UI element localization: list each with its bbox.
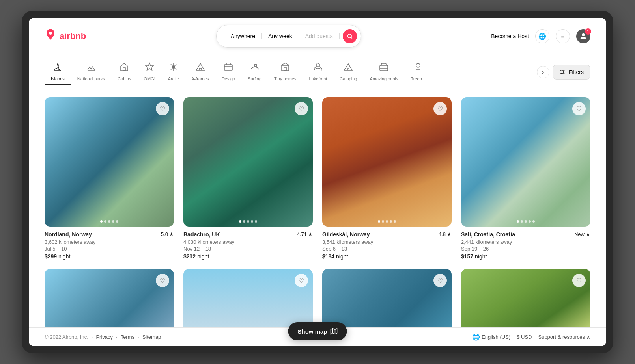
treehouses-icon: [413, 62, 423, 74]
listing-image-wrap-sali: ♡: [461, 97, 590, 227]
menu-icon[interactable]: ≡: [556, 29, 570, 43]
listing-dates-gildeskal: Sep 6 – 13: [322, 246, 452, 252]
svg-rect-2: [123, 68, 125, 71]
category-label-arctic: Arctic: [168, 76, 179, 81]
main-content: ♡ Nordland, Norway 5.0 ★: [29, 89, 606, 327]
footer-language[interactable]: 🌐 English (US): [472, 333, 510, 341]
listing-rating-nordland: 5.0 ★: [161, 231, 174, 237]
wishlist-button-row2-4[interactable]: ♡: [572, 274, 586, 287]
amazing-pools-icon: [379, 62, 388, 74]
listing-price-sali: $157 night: [461, 253, 590, 260]
listing-card-row2-1[interactable]: ♡ Bergen, Norway 4.9 ★: [45, 269, 174, 327]
listing-distance-gildeskal: 3,541 kilometers away: [322, 239, 452, 245]
wishlist-button-nordland[interactable]: ♡: [156, 102, 169, 115]
listing-price-nordland: $299 night: [45, 253, 174, 260]
search-guests[interactable]: Add guests: [299, 33, 340, 39]
wishlist-button-row2-2[interactable]: ♡: [295, 274, 308, 287]
wishlist-button-gildeskal[interactable]: ♡: [433, 102, 447, 115]
category-item-treehouses[interactable]: Treeh...: [405, 59, 432, 85]
notification-badge: 1: [585, 28, 591, 35]
listing-rating-sali: New ★: [574, 231, 590, 237]
wishlist-button-row2-1[interactable]: ♡: [156, 274, 169, 287]
footer-sitemap-link[interactable]: Sitemap: [142, 334, 161, 340]
category-nav-next[interactable]: ›: [537, 66, 549, 78]
globe-icon[interactable]: 🌐: [535, 29, 549, 43]
surfing-icon: [250, 62, 260, 74]
listing-location-badachro: Badachro, UK: [183, 231, 220, 238]
footer-right: 🌐 English (US) $ USD Support & resources…: [472, 333, 590, 341]
listing-image-gildeskal: [322, 97, 452, 227]
listing-card-row2-2[interactable]: ♡ Santorini, Greece 4.85: [183, 269, 313, 327]
logo[interactable]: airbnb: [45, 29, 86, 44]
category-item-design[interactable]: Design: [215, 59, 241, 85]
listing-distance-nordland: 3,602 kilometers away: [45, 239, 174, 245]
avatar[interactable]: 1: [576, 29, 590, 43]
listing-card-row2-4[interactable]: ♡ Finnish Archipelago 4.7: [461, 269, 590, 327]
category-label-national-parks: National parks: [77, 76, 105, 81]
listing-image-wrap-row2-4: ♡: [461, 269, 590, 327]
listing-card-gildeskal[interactable]: ♡ Gildeskål, Norway 4.8: [322, 97, 452, 260]
category-item-camping[interactable]: Camping: [333, 59, 363, 85]
listing-info-badachro: Badachro, UK 4.71 ★: [183, 231, 313, 238]
category-item-cabins[interactable]: Cabins: [111, 59, 137, 85]
footer-language-label: English (US): [482, 334, 510, 340]
listing-image-badachro: [183, 97, 313, 227]
header-right: Become a Host 🌐 ≡ 1: [491, 29, 590, 43]
category-label-surfing: Surfing: [248, 76, 261, 81]
category-item-national-parks[interactable]: National parks: [71, 59, 111, 85]
listing-image-wrap-row2-3: ♡: [322, 269, 452, 327]
listing-info-sali: Sali, Croatia, Croatia New ★: [461, 231, 590, 238]
category-label-tiny-homes: Tiny homes: [274, 76, 296, 81]
national-parks-icon: [86, 62, 96, 74]
footer-support[interactable]: Support & resources ∧: [538, 334, 590, 340]
listing-rating-gildeskal: 4.8 ★: [439, 231, 452, 237]
listing-card-nordland[interactable]: ♡ Nordland, Norway 5.0 ★: [45, 97, 174, 260]
dots-badachro: [239, 220, 257, 223]
footer-terms-link[interactable]: Terms: [121, 334, 134, 340]
show-map-button[interactable]: Show map: [288, 322, 347, 327]
listing-image-nordland: [45, 97, 174, 227]
category-label-design: Design: [222, 76, 235, 81]
dots-sali: [517, 220, 535, 223]
a-frames-icon: [196, 62, 205, 74]
lakefront-icon: [313, 62, 323, 74]
category-item-lakefront[interactable]: Lakefront: [303, 59, 333, 85]
footer-currency[interactable]: $ USD: [517, 334, 532, 340]
wishlist-button-row2-3[interactable]: ♡: [433, 274, 447, 287]
listing-card-sali[interactable]: ♡ Sali, Croatia, Croatia New ★: [461, 97, 590, 260]
star-icon-nordland: ★: [169, 231, 174, 237]
filters-label: Filters: [569, 69, 584, 75]
wishlist-button-badachro[interactable]: ♡: [295, 102, 308, 115]
category-item-omg[interactable]: OMG!: [137, 59, 161, 85]
listing-card-row2-3[interactable]: ♡ Azores, Portugal 4.95: [322, 269, 452, 327]
listing-distance-sali: 2,441 kilometers away: [461, 239, 590, 245]
listing-card-badachro[interactable]: ♡ Badachro, UK 4.71 ★: [183, 97, 313, 260]
arctic-icon: [169, 62, 178, 74]
footer-support-label: Support & resources: [538, 334, 585, 340]
category-item-a-frames[interactable]: A-frames: [185, 59, 215, 85]
listing-image-row2-2: [183, 269, 313, 327]
category-item-surfing[interactable]: Surfing: [241, 59, 268, 85]
category-label-cabins: Cabins: [118, 76, 131, 81]
listing-image-wrap-row2-2: ♡: [183, 269, 313, 327]
category-item-islands[interactable]: Islands: [45, 59, 71, 85]
svg-point-13: [561, 70, 562, 71]
category-item-amazing-pools[interactable]: Amazing pools: [363, 59, 404, 85]
listing-location-gildeskal: Gildeskål, Norway: [322, 231, 370, 238]
wishlist-button-sali[interactable]: ♡: [572, 102, 586, 115]
filters-button[interactable]: Filters: [553, 65, 590, 80]
search-location[interactable]: Anywhere: [224, 33, 262, 39]
cabins-icon: [120, 62, 129, 74]
category-item-arctic[interactable]: Arctic: [162, 59, 185, 85]
listing-info-nordland: Nordland, Norway 5.0 ★: [45, 231, 174, 238]
footer-privacy-link[interactable]: Privacy: [96, 334, 113, 340]
screen: airbnb Anywhere Any week Add guests: [29, 18, 606, 346]
search-date[interactable]: Any week: [262, 33, 299, 39]
search-bar[interactable]: Anywhere Any week Add guests: [216, 25, 361, 48]
category-item-tiny-homes[interactable]: Tiny homes: [268, 59, 303, 85]
search-button[interactable]: [343, 29, 357, 43]
become-host-link[interactable]: Become a Host: [491, 33, 529, 39]
omg-icon: [145, 62, 154, 74]
svg-point-15: [561, 73, 562, 74]
svg-point-5: [254, 64, 257, 67]
